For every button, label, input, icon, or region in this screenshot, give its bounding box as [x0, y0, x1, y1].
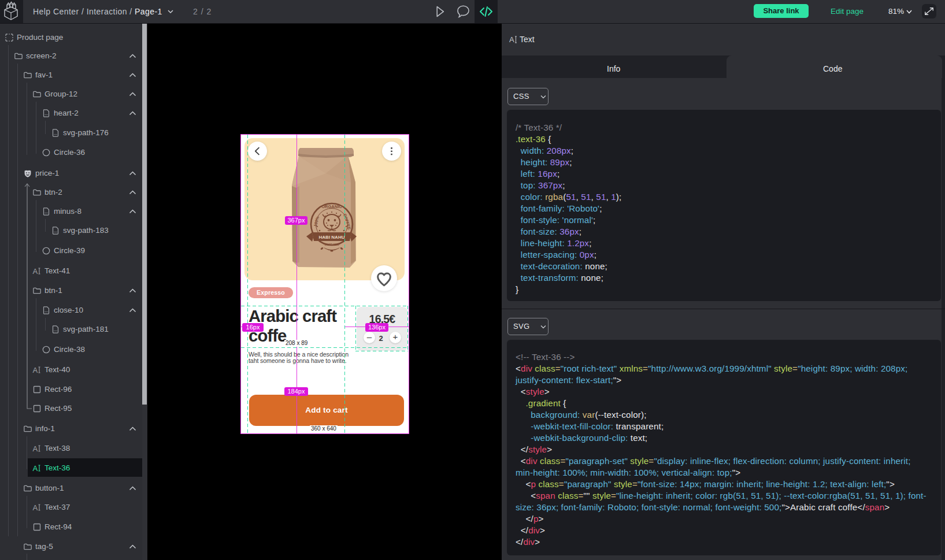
svg-text:A: A	[33, 444, 38, 453]
svg-text:A: A	[33, 366, 38, 374]
svg-text:A: A	[33, 267, 38, 276]
svg-text:A: A	[509, 35, 514, 44]
svg-text:SINCE 1930: SINCE 1930	[324, 243, 339, 246]
svg-text:A: A	[33, 464, 38, 473]
svg-text:ORGANIC: ORGANIC	[321, 204, 342, 209]
svg-text:A: A	[33, 503, 38, 512]
svg-text:HABI NAHU: HABI NAHU	[319, 235, 345, 240]
